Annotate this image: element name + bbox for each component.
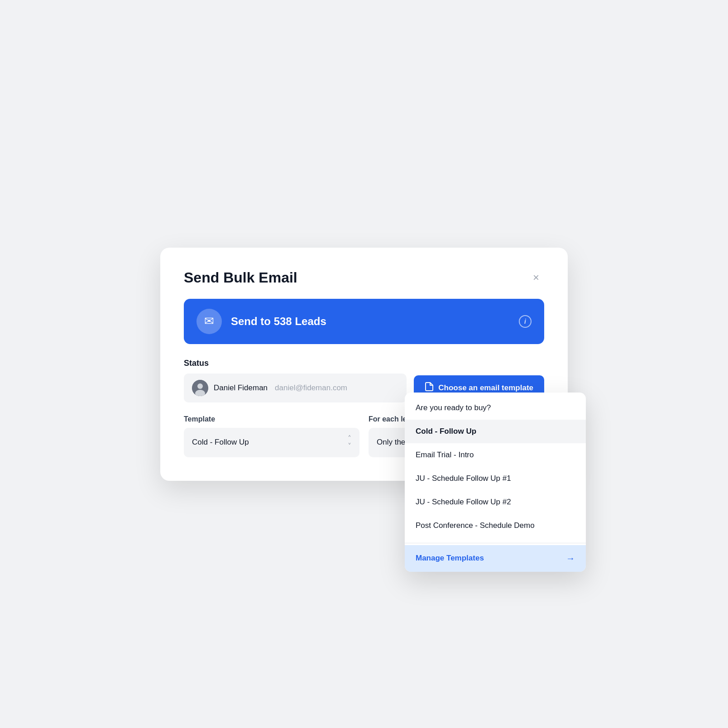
status-label: Status (184, 359, 544, 368)
template-value: Cold - Follow Up (192, 438, 249, 447)
dropdown-items-list: Are you ready to buy? Cold - Follow Up E… (405, 393, 586, 541)
template-label: Template (184, 415, 359, 423)
send-banner: ✉ Send to 538 Leads i (184, 299, 544, 344)
envelope-icon: ✉ (204, 314, 214, 328)
arrow-right-icon: → (566, 553, 575, 564)
send-banner-text: Send to 538 Leads (231, 315, 326, 328)
dropdown-item-ju-schedule-1[interactable]: JU - Schedule Follow Up #1 (405, 467, 586, 490)
dropdown-divider (405, 543, 586, 543)
avatar (192, 380, 208, 396)
dropdown-item-are-you-ready[interactable]: Are you ready to buy? (405, 396, 586, 420)
send-banner-left: ✉ Send to 538 Leads (196, 309, 326, 334)
sender-email: daniel@fideman.com (275, 383, 347, 393)
page-background: Send Bulk Email × ✉ Send to 538 Leads i … (0, 0, 728, 728)
doc-icon (425, 382, 434, 394)
modal-wrapper: Send Bulk Email × ✉ Send to 538 Leads i … (160, 248, 568, 481)
template-dropdown: Are you ready to buy? Cold - Follow Up E… (405, 393, 586, 572)
dropdown-item-ju-schedule-2[interactable]: JU - Schedule Follow Up #2 (405, 490, 586, 514)
dropdown-item-post-conference[interactable]: Post Conference - Schedule Demo (405, 514, 586, 537)
avatar-image (192, 380, 208, 396)
envelope-circle: ✉ (196, 309, 222, 334)
dropdown-item-email-trial[interactable]: Email Trial - Intro (405, 443, 586, 467)
manage-templates-row[interactable]: Manage Templates → (405, 545, 586, 572)
svg-point-1 (197, 383, 203, 389)
select-arrows-icon: ˄ ˅ (348, 435, 351, 450)
manage-templates-label: Manage Templates (416, 554, 484, 563)
sender-field: Daniel Fideman daniel@fideman.com (184, 374, 407, 402)
template-group: Template Cold - Follow Up ˄ ˅ (184, 415, 359, 457)
modal-title: Send Bulk Email (184, 269, 297, 286)
dropdown-item-cold-follow-up[interactable]: Cold - Follow Up (405, 420, 586, 443)
sender-name: Daniel Fideman (214, 383, 268, 393)
choose-template-label: Choose an email template (438, 383, 533, 393)
info-icon[interactable]: i (519, 315, 532, 328)
template-select[interactable]: Cold - Follow Up ˄ ˅ (184, 428, 359, 457)
modal-header: Send Bulk Email × (184, 269, 544, 286)
close-button[interactable]: × (528, 269, 544, 286)
